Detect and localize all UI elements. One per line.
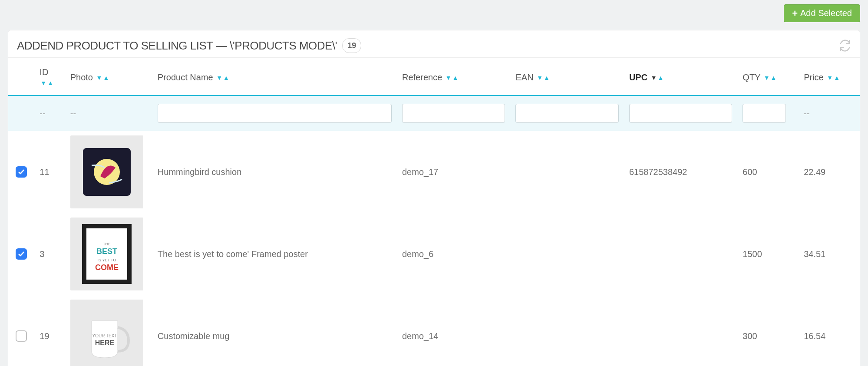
svg-text:THE: THE	[103, 242, 111, 246]
col-product-name[interactable]: Product Name ▼▲	[152, 58, 397, 96]
svg-text:BEST: BEST	[96, 247, 117, 256]
sort-up-icon: ▲	[771, 74, 777, 81]
filter-id-dash: --	[34, 96, 65, 131]
cell-reference: demo_17	[397, 131, 510, 213]
count-badge: 19	[342, 38, 361, 53]
cell-price: 34.51	[799, 213, 860, 295]
row-checkbox[interactable]	[16, 248, 27, 260]
cell-product-name: Customizable mug	[152, 295, 397, 366]
sort-up-icon: ▲	[544, 74, 550, 81]
cell-id: 3	[34, 213, 65, 295]
cell-reference: demo_6	[397, 213, 510, 295]
sort-down-icon: ▼	[96, 74, 102, 81]
col-id[interactable]: ID ▼▲	[34, 58, 65, 96]
col-qty[interactable]: QTY ▼▲	[737, 58, 799, 96]
sort-down-icon: ▼	[827, 74, 833, 81]
sort-down-icon: ▼	[651, 74, 657, 81]
sort-down-icon: ▼	[446, 74, 452, 81]
filter-qty[interactable]	[743, 104, 786, 123]
sort-up-icon: ▲	[103, 74, 109, 81]
svg-text:YOUR TEXT: YOUR TEXT	[92, 333, 117, 338]
product-thumbnail: THEBESTIS YET TOCOME	[70, 218, 143, 290]
cell-upc	[624, 213, 737, 295]
sort-up-icon: ▲	[834, 74, 840, 81]
cell-price: 22.49	[799, 131, 860, 213]
cell-product-name: The best is yet to come' Framed poster	[152, 213, 397, 295]
cell-reference: demo_14	[397, 295, 510, 366]
table-row: 19YOUR TEXTHERECustomizable mugdemo_1430…	[8, 295, 860, 366]
sort-down-icon: ▼	[764, 74, 770, 81]
svg-text:IS YET TO: IS YET TO	[97, 258, 116, 262]
sort-up-icon: ▲	[452, 74, 459, 81]
col-reference[interactable]: Reference ▼▲	[397, 58, 510, 96]
cell-qty: 600	[737, 131, 799, 213]
row-checkbox[interactable]	[16, 166, 27, 178]
sort-up-icon: ▲	[658, 74, 664, 81]
cell-ean	[510, 295, 624, 366]
add-selected-label: Add Selected	[800, 8, 852, 18]
product-thumbnail	[70, 135, 143, 208]
refresh-icon[interactable]	[839, 40, 851, 52]
filter-product-name[interactable]	[158, 104, 392, 123]
sort-down-icon: ▼	[40, 79, 46, 86]
table-row: 3THEBESTIS YET TOCOMEThe best is yet to …	[8, 213, 860, 295]
cell-upc	[624, 295, 737, 366]
add-selected-button[interactable]: + Add Selected	[784, 4, 860, 22]
svg-text:HERE: HERE	[95, 339, 114, 346]
filter-photo-dash: --	[65, 96, 152, 131]
cell-id: 11	[34, 131, 65, 213]
sort-down-icon: ▼	[216, 74, 222, 81]
filter-upc[interactable]	[629, 104, 732, 123]
col-ean[interactable]: EAN ▼▲	[510, 58, 624, 96]
cell-id: 19	[34, 295, 65, 366]
cell-upc: 615872538492	[624, 131, 737, 213]
cell-ean	[510, 213, 624, 295]
sort-up-icon: ▲	[223, 74, 229, 81]
panel-title: ADDEND PRODUCT TO SELLING LIST — \'PRODU…	[17, 39, 337, 53]
sort-up-icon: ▲	[47, 79, 53, 86]
filter-price-dash: --	[799, 96, 860, 131]
table-row: 11Hummingbird cushiondemo_17615872538492…	[8, 131, 860, 213]
col-price[interactable]: Price ▼▲	[799, 58, 860, 96]
cell-product-name: Hummingbird cushion	[152, 131, 397, 213]
cell-qty: 1500	[737, 213, 799, 295]
filter-reference[interactable]	[402, 104, 505, 123]
row-checkbox[interactable]	[16, 330, 27, 342]
cell-price: 16.54	[799, 295, 860, 366]
plus-icon: +	[792, 9, 798, 18]
cell-ean	[510, 131, 624, 213]
cell-qty: 300	[737, 295, 799, 366]
product-thumbnail: YOUR TEXTHERE	[70, 300, 143, 366]
sort-down-icon: ▼	[537, 74, 543, 81]
col-photo[interactable]: Photo ▼▲	[65, 58, 152, 96]
svg-text:COME: COME	[95, 263, 119, 272]
filter-ean[interactable]	[515, 104, 618, 123]
col-upc[interactable]: UPC ▼▲	[624, 58, 737, 96]
product-panel: ADDEND PRODUCT TO SELLING LIST — \'PRODU…	[8, 30, 860, 366]
